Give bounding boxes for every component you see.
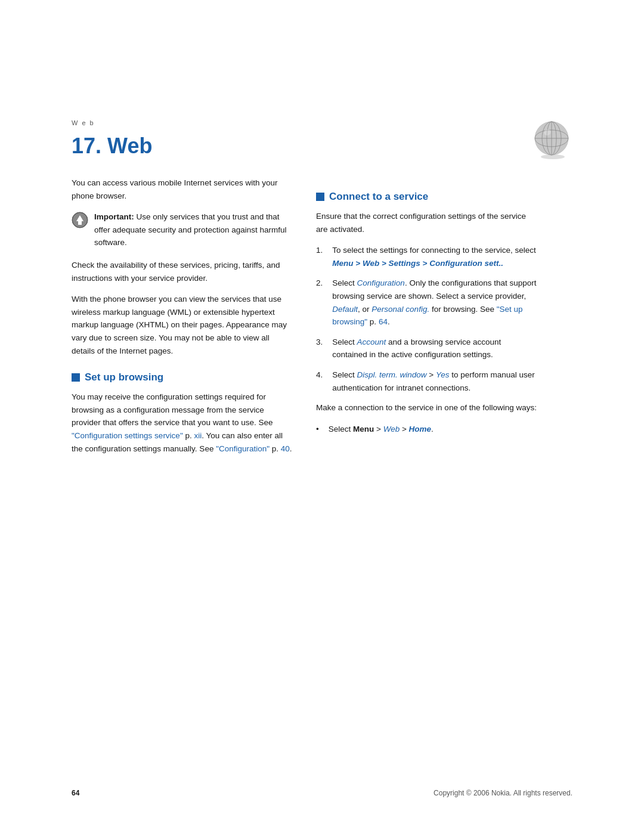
two-column-layout: You can access various mobile Internet s… <box>72 176 572 463</box>
set-up-browsing-heading: Set up browsing <box>72 371 292 383</box>
menu-web-settings-link[interactable]: Menu > Web > Settings > Configuration se… <box>332 259 503 268</box>
default-italic-link[interactable]: Default <box>332 305 358 314</box>
step-3: Select Account and a browsing service ac… <box>316 336 537 361</box>
p64-link[interactable]: 64 <box>379 317 388 326</box>
important-text: Important: Use only services that you tr… <box>94 210 292 249</box>
footer-copyright: Copyright © 2006 Nokia. All rights reser… <box>434 789 572 797</box>
configuration-link[interactable]: "Configuration" <box>216 444 270 453</box>
configuration-italic-link[interactable]: Configuration <box>357 278 405 287</box>
availability-text: Check the availability of these services… <box>72 259 292 284</box>
menu-bold: Menu <box>353 425 374 433</box>
xii-link[interactable]: xii <box>194 431 202 440</box>
step-1: To select the settings for connecting to… <box>316 244 537 270</box>
web-italic-link[interactable]: Web <box>383 425 400 433</box>
steps-list: To select the settings for connecting to… <box>316 244 537 394</box>
step-4: Select Displ. term. window > Yes to perf… <box>316 368 537 394</box>
connect-section-square-icon <box>316 193 324 201</box>
content-area: W e b 17. Web You can access various mob… <box>0 0 644 511</box>
important-box: Important: Use only services that you tr… <box>72 210 292 249</box>
config-settings-link[interactable]: "Configuration settings service" <box>72 431 183 440</box>
page-container: W e b 17. Web You can access various mob… <box>0 0 644 833</box>
section-square-icon <box>72 373 80 382</box>
section-label: W e b <box>72 119 572 126</box>
personal-config-link[interactable]: Personal config. <box>371 305 429 314</box>
set-up-browsing-title: Set up browsing <box>85 371 163 383</box>
intro-text: You can access various mobile Internet s… <box>72 176 292 202</box>
footer-page-number: 64 <box>72 789 79 797</box>
p40-link[interactable]: 40 <box>281 444 290 453</box>
account-link[interactable]: Account <box>357 337 386 346</box>
home-bold-italic-link[interactable]: Home <box>409 425 432 433</box>
browser-text: With the phone browser you can view the … <box>72 293 292 357</box>
step-2: Select Configuration. Only the configura… <box>316 277 537 328</box>
left-column: You can access various mobile Internet s… <box>72 176 292 463</box>
connect-intro: Ensure that the correct configuration se… <box>316 210 537 236</box>
right-column: Connect to a service Ensure that the cor… <box>316 176 537 463</box>
make-connection-text: Make a connection to the service in one … <box>316 401 537 414</box>
important-icon <box>72 212 88 228</box>
connect-to-service-title: Connect to a service <box>329 191 428 203</box>
chapter-title: 17. Web <box>72 134 572 159</box>
connection-ways-list: Select Menu > Web > Home. <box>316 423 537 436</box>
set-up-body: You may receive the configuration settin… <box>72 391 292 455</box>
connect-to-service-heading: Connect to a service <box>316 191 537 203</box>
displ-term-link[interactable]: Displ. term. window <box>357 370 427 379</box>
bullet-item-1: Select Menu > Web > Home. <box>316 423 537 436</box>
footer: 64 Copyright © 2006 Nokia. All rights re… <box>0 789 644 797</box>
yes-link[interactable]: Yes <box>436 370 450 379</box>
